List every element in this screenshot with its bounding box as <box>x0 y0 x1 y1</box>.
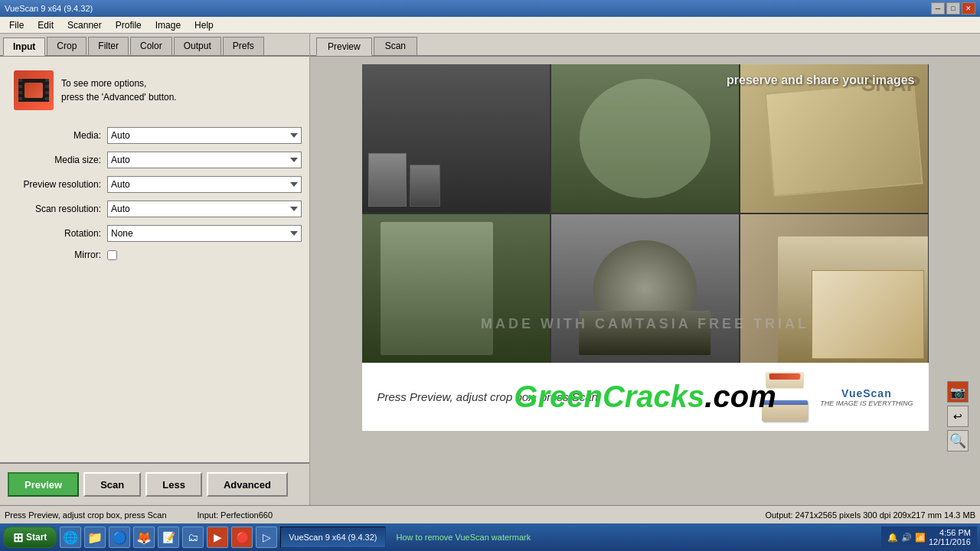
menu-image[interactable]: Image <box>149 18 187 32</box>
app-icon <box>14 70 54 110</box>
tab-scan-right[interactable]: Scan <box>374 37 417 55</box>
clock: 4:56 PM 12/11/2016 <box>929 528 971 546</box>
status-bar: Press Preview, adjust crop box, press Sc… <box>0 505 980 523</box>
menu-profile[interactable]: Profile <box>109 18 148 32</box>
mirror-checkbox[interactable] <box>107 250 117 260</box>
maximize-button[interactable]: □ <box>946 2 960 15</box>
status-left-text: Press Preview, adjust crop box, press Sc… <box>5 510 167 520</box>
watermark-link[interactable]: How to remove VueScan watermark <box>389 533 878 542</box>
preview-image: SNAP <box>362 64 929 363</box>
photo-collage: SNAP <box>362 64 929 363</box>
promo-bar: Press Preview, adjust crop box, press Sc… <box>362 363 929 431</box>
preview-tab-bar: Preview Scan <box>310 34 980 57</box>
rotation-select[interactable]: None 90 CW 90 CCW 180 <box>107 225 302 242</box>
vuescan-tagline: THE IMAGE IS EVERYTHING <box>820 399 913 407</box>
menu-bar: File Edit Scanner Profile Image Help <box>0 17 980 34</box>
scanner-area: VueScan THE IMAGE IS EVERYTHING <box>754 372 913 422</box>
menu-edit[interactable]: Edit <box>31 18 60 32</box>
taskbar-chrome[interactable]: 🔵 <box>109 527 130 548</box>
vuescan-brand: VueScan <box>841 387 892 399</box>
status-right-text: Output: 2471x2565 pixels 300 dpi 209x217… <box>288 510 975 520</box>
zoom-btn[interactable]: 🔍 <box>947 430 969 452</box>
rotation-row: Rotation: None 90 CW 90 CCW 180 <box>8 225 302 242</box>
mirror-label: Mirror: <box>8 249 107 260</box>
undo-btn[interactable]: ↩ <box>947 406 969 427</box>
menu-scanner[interactable]: Scanner <box>61 18 108 32</box>
promo-logo: VueScan THE IMAGE IS EVERYTHING <box>820 387 913 407</box>
taskbar-ie[interactable]: 🌐 <box>60 527 81 548</box>
taskbar-folder[interactable]: 📁 <box>84 527 106 548</box>
preserve-text: preserve and share your images <box>727 73 914 87</box>
tab-color[interactable]: Color <box>130 37 172 55</box>
scan-res-label: Scan resolution: <box>8 204 107 214</box>
less-button[interactable]: Less <box>145 472 202 497</box>
advanced-button[interactable]: Advanced <box>207 472 288 497</box>
photo-4 <box>362 214 550 363</box>
photo-5 <box>551 214 739 363</box>
mirror-row: Mirror: <box>8 249 302 260</box>
media-label: Media: <box>8 130 107 141</box>
media-row: Media: Auto Image Transparency Slide <box>8 127 302 144</box>
scan-button[interactable]: Scan <box>83 472 141 497</box>
tab-input[interactable]: Input <box>3 37 45 56</box>
preview-res-label: Preview resolution: <box>8 179 107 190</box>
media-size-row: Media size: Auto <box>8 152 302 168</box>
taskbar-firefox[interactable]: 🦊 <box>133 527 155 548</box>
menu-help[interactable]: Help <box>188 18 220 32</box>
title-bar: VueScan 9 x64 (9.4.32) ─ □ ✕ <box>0 0 980 17</box>
right-panel: Preview Scan <box>310 34 980 505</box>
tab-prefs[interactable]: Prefs <box>223 37 264 55</box>
main-content: Input Crop Filter Color Output Prefs To … <box>0 34 980 505</box>
left-tab-bar: Input Crop Filter Color Output Prefs <box>0 34 309 57</box>
media-size-label: Media size: <box>8 155 107 165</box>
media-size-select[interactable]: Auto <box>107 152 302 168</box>
photo-action-btn[interactable]: 📷 <box>947 381 969 403</box>
left-panel: Input Crop Filter Color Output Prefs To … <box>0 34 310 505</box>
left-panel-body: To see more options, press the 'Advanced… <box>0 57 309 462</box>
tab-crop[interactable]: Crop <box>47 37 87 55</box>
promo-main-text: Press Preview, adjust crop box, press Sc… <box>377 390 598 403</box>
zoom-controls: 📷 ↩ 🔍 <box>947 381 969 452</box>
start-button[interactable]: ⊞ Start <box>3 527 57 548</box>
photo-6 <box>740 214 928 363</box>
media-select[interactable]: Auto Image Transparency Slide <box>107 127 302 144</box>
bottom-button-bar: Preview Scan Less Advanced <box>0 462 309 505</box>
scanner-icon <box>754 372 815 422</box>
taskbar-misc5[interactable]: ▷ <box>256 527 277 548</box>
preview-button[interactable]: Preview <box>8 472 79 497</box>
menu-file[interactable]: File <box>3 18 30 32</box>
scan-res-select[interactable]: Auto <box>107 201 302 217</box>
minimize-button[interactable]: ─ <box>931 2 945 15</box>
taskbar: ⊞ Start 🌐 📁 🔵 🦊 📝 🗂 ▶ 🔴 ▷ VueScan 9 x64 … <box>0 523 980 551</box>
tray-icon2: 🔊 <box>901 533 912 543</box>
photo-1 <box>362 64 550 213</box>
scan-res-row: Scan resolution: Auto <box>8 201 302 217</box>
taskbar-active-app[interactable]: VueScan 9 x64 (9.4.32) <box>280 527 385 548</box>
active-app-label: VueScan 9 x64 (9.4.32) <box>289 533 377 542</box>
time-display: 4:56 PM <box>939 528 971 537</box>
taskbar-misc1[interactable]: 📝 <box>158 527 179 548</box>
info-text: To see more options, press the 'Advanced… <box>61 77 177 104</box>
taskbar-misc4[interactable]: 🔴 <box>231 527 253 548</box>
taskbar-misc3[interactable]: ▶ <box>207 527 228 548</box>
info-box: To see more options, press the 'Advanced… <box>8 64 302 116</box>
close-button[interactable]: ✕ <box>962 2 975 15</box>
tray-network: 📶 <box>915 533 926 543</box>
window-title: VueScan 9 x64 (9.4.32) <box>5 4 93 13</box>
promo-section: GreenCracks.com Press Preview, adjust cr… <box>362 363 929 431</box>
rotation-label: Rotation: <box>8 228 107 239</box>
date-display: 12/11/2016 <box>929 537 971 546</box>
tab-output[interactable]: Output <box>174 37 221 55</box>
window-controls: ─ □ ✕ <box>931 2 975 15</box>
tab-filter[interactable]: Filter <box>88 37 129 55</box>
preview-area: SNAP <box>310 57 980 505</box>
photo-2 <box>551 64 739 213</box>
windows-logo: ⊞ <box>13 530 23 545</box>
preview-res-select[interactable]: Auto <box>107 176 302 193</box>
tab-preview[interactable]: Preview <box>316 37 372 56</box>
status-mid-text: Input: Perfection660 <box>198 510 273 520</box>
start-label: Start <box>26 532 47 543</box>
taskbar-misc2[interactable]: 🗂 <box>182 527 204 548</box>
film-icon <box>18 79 49 102</box>
preview-res-row: Preview resolution: Auto <box>8 176 302 193</box>
